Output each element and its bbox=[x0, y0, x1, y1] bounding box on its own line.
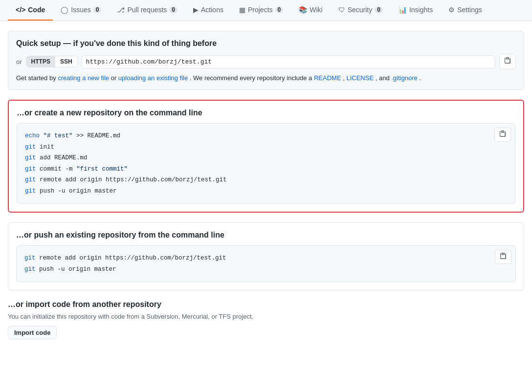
hint-recommend: . We recommend every repository include … bbox=[190, 74, 314, 82]
security-icon: 🛡 bbox=[338, 6, 345, 14]
main-content: Quick setup — if you've done this kind o… bbox=[0, 21, 532, 359]
tab-wiki[interactable]: 📚 Wiki bbox=[291, 0, 330, 21]
kw5: git bbox=[25, 176, 36, 183]
tab-actions-label: Actions bbox=[201, 6, 223, 14]
ssh-button[interactable]: SSH bbox=[55, 56, 77, 67]
tab-pr-label: Pull requests bbox=[127, 6, 167, 14]
str2: "first commit" bbox=[76, 166, 128, 173]
tab-settings-label: Settings bbox=[457, 6, 482, 14]
insights-icon: 📊 bbox=[399, 6, 407, 14]
hint-link-readme[interactable]: README bbox=[314, 74, 341, 82]
tab-code[interactable]: </> Code bbox=[8, 0, 53, 21]
create-code-line-1: echo "# test" >> README.md bbox=[25, 131, 507, 142]
import-title: …or import code from another repository bbox=[8, 300, 524, 309]
push-code-block: git remote add origin https://github.com… bbox=[16, 245, 516, 282]
push-section: …or push an existing repository from the… bbox=[8, 222, 524, 290]
settings-icon: ⚙ bbox=[448, 6, 455, 14]
tab-security[interactable]: 🛡 Security 0 bbox=[331, 0, 391, 21]
str1: "# test" bbox=[44, 132, 73, 139]
quick-setup-box: Quick setup — if you've done this kind o… bbox=[8, 31, 524, 90]
kw2: git bbox=[25, 144, 36, 151]
https-button[interactable]: HTTPS bbox=[26, 56, 55, 67]
copy-url-button[interactable] bbox=[499, 54, 516, 69]
create-code-line-6: git push -u origin master bbox=[25, 186, 507, 197]
setup-hint: Get started by creating a new file or up… bbox=[16, 74, 516, 82]
create-code-line-4: git commit -m "first commit" bbox=[25, 164, 507, 175]
hint-link-new-file[interactable]: creating a new file bbox=[58, 74, 109, 82]
create-code-block: echo "# test" >> README.md git init git … bbox=[17, 123, 515, 204]
code-icon: </> bbox=[16, 6, 25, 14]
kw4: git bbox=[25, 166, 36, 173]
push-code-line-1: git remote add origin https://github.com… bbox=[24, 253, 508, 264]
tab-security-label: Security bbox=[348, 6, 373, 14]
hint-and: , and bbox=[376, 74, 392, 82]
kw6: git bbox=[25, 188, 36, 195]
or-label: or bbox=[16, 58, 22, 65]
create-code-line-5: git remote add origin https://github.com… bbox=[25, 174, 507, 186]
tab-wiki-label: Wiki bbox=[310, 6, 322, 14]
quick-setup-title: Quick setup — if you've done this kind o… bbox=[16, 39, 516, 48]
tab-projects-label: Projects bbox=[248, 6, 273, 14]
tab-settings[interactable]: ⚙ Settings bbox=[441, 0, 490, 21]
protocol-toggle: HTTPS SSH bbox=[26, 56, 78, 67]
create-section: …or create a new repository on the comma… bbox=[8, 100, 524, 213]
kw3: git bbox=[25, 154, 36, 161]
tab-insights[interactable]: 📊 Insights bbox=[391, 0, 441, 21]
pr-badge: 0 bbox=[169, 6, 177, 13]
pkw2: git bbox=[24, 266, 36, 273]
hint-link-upload[interactable]: uploading an existing file bbox=[118, 74, 188, 82]
pkw1: git bbox=[24, 255, 36, 261]
issues-icon: ◯ bbox=[61, 6, 68, 14]
projects-badge: 0 bbox=[275, 6, 284, 13]
repo-url-input[interactable] bbox=[82, 55, 495, 68]
copy-create-code-button[interactable] bbox=[494, 128, 511, 142]
import-desc: You can initialize this repository with … bbox=[8, 313, 524, 320]
push-section-title: …or push an existing repository from the… bbox=[16, 231, 516, 240]
tab-actions[interactable]: ▶ Actions bbox=[185, 0, 231, 21]
kw1: echo bbox=[25, 132, 40, 139]
projects-icon: ▦ bbox=[239, 6, 245, 14]
tab-insights-label: Insights bbox=[409, 6, 433, 14]
tab-projects[interactable]: ▦ Projects 0 bbox=[231, 0, 291, 21]
create-section-title: …or create a new repository on the comma… bbox=[17, 109, 515, 117]
push-code-line-2: git push -u origin master bbox=[24, 264, 508, 275]
url-row: or HTTPS SSH bbox=[16, 54, 516, 69]
import-section: …or import code from another repository … bbox=[8, 300, 524, 339]
tab-issues[interactable]: ◯ Issues 0 bbox=[53, 0, 109, 21]
tab-pull-requests[interactable]: ⎇ Pull requests 0 bbox=[109, 0, 185, 21]
hint-link-gitignore[interactable]: .gitignore bbox=[391, 74, 417, 82]
hint-end: . bbox=[419, 74, 421, 82]
copy-icon bbox=[504, 57, 511, 65]
wiki-icon: 📚 bbox=[299, 6, 307, 14]
create-code-line-3: git add README.md bbox=[25, 152, 507, 164]
copy-code-icon bbox=[499, 130, 507, 138]
hint-prefix: Get started by bbox=[16, 74, 58, 82]
hint-or: or bbox=[111, 74, 118, 82]
copy-push-icon bbox=[499, 252, 507, 260]
copy-push-code-button[interactable] bbox=[495, 250, 511, 264]
tab-bar: </> Code ◯ Issues 0 ⎇ Pull requests 0 ▶ … bbox=[0, 0, 532, 21]
issues-badge: 0 bbox=[93, 6, 102, 13]
pr-icon: ⎇ bbox=[117, 6, 125, 14]
tab-issues-label: Issues bbox=[71, 6, 90, 14]
create-code-line-2: git init bbox=[25, 142, 507, 153]
actions-icon: ▶ bbox=[193, 6, 199, 14]
tab-code-label: Code bbox=[28, 6, 45, 14]
security-badge: 0 bbox=[375, 6, 383, 13]
hint-link-license[interactable]: LICENSE bbox=[346, 74, 374, 82]
import-code-button[interactable]: Import code bbox=[8, 326, 57, 339]
